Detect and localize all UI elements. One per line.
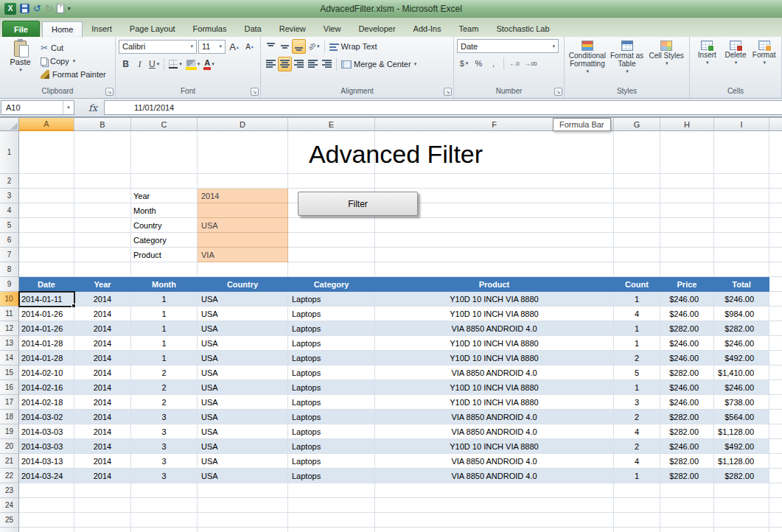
cell-A6[interactable]	[19, 233, 74, 248]
cell-I10[interactable]: $246.00	[714, 292, 769, 307]
cell-H21[interactable]: $282.00	[660, 454, 714, 469]
cell-F22[interactable]: VIA 8850 ANDROID 4.0	[375, 469, 614, 483]
cell-A5[interactable]	[19, 218, 74, 233]
cell-E8[interactable]	[288, 262, 375, 277]
tab-file[interactable]: File	[2, 21, 40, 37]
cell-B22[interactable]: 2014	[74, 469, 131, 483]
cell-D10[interactable]: USA	[198, 292, 288, 307]
row-header-22[interactable]: 22	[0, 469, 19, 483]
cell-F19[interactable]: VIA 8850 ANDROID 4.0	[375, 424, 614, 439]
cell-D22[interactable]: USA	[198, 469, 288, 483]
cell-H2[interactable]	[660, 174, 714, 189]
insert-function-button[interactable]: fx	[82, 102, 104, 113]
tab-data[interactable]: Data	[235, 21, 270, 37]
align-right-button[interactable]	[292, 57, 306, 71]
cell-x8[interactable]	[769, 262, 782, 277]
cell-C11[interactable]: 1	[131, 307, 198, 321]
cell-I11[interactable]: $984.00	[714, 307, 769, 321]
bold-button[interactable]: B	[119, 57, 133, 71]
cell-G10[interactable]: 1	[614, 292, 660, 307]
cell-B17[interactable]: 2014	[74, 395, 131, 410]
increase-indent-button[interactable]	[320, 57, 334, 71]
cell-C16[interactable]: 2	[131, 380, 198, 395]
cell-B15[interactable]: 2014	[74, 365, 131, 380]
cell-H7[interactable]	[660, 248, 714, 262]
cell-A22[interactable]: 2014-03-24	[19, 469, 74, 483]
cell-E10[interactable]: Laptops	[288, 292, 375, 307]
row-header-26[interactable]	[0, 528, 19, 532]
cell-H23[interactable]	[660, 483, 714, 498]
cell-E12[interactable]: Laptops	[288, 321, 375, 336]
cell-E20[interactable]: Laptops	[288, 439, 375, 454]
cell-B25[interactable]	[74, 513, 131, 528]
cell-D1[interactable]	[198, 131, 288, 174]
row-header-14[interactable]: 14	[0, 351, 19, 365]
cell-x3[interactable]	[769, 189, 782, 203]
cell-H24[interactable]	[660, 498, 714, 513]
tab-insert[interactable]: Insert	[83, 21, 121, 37]
cell-F20[interactable]: Y10D 10 INCH VIA 8880	[375, 439, 614, 454]
paste-button[interactable]: Paste ▾	[3, 39, 38, 86]
cell-E9[interactable]: Category	[288, 277, 375, 292]
cell-D2[interactable]	[198, 174, 288, 189]
decrease-indent-button[interactable]	[306, 57, 320, 71]
cell-H20[interactable]: $246.00	[660, 439, 714, 454]
cell-D6[interactable]	[198, 233, 288, 248]
cell-E25[interactable]	[288, 513, 375, 528]
cell-E7[interactable]	[288, 248, 375, 262]
cell-D20[interactable]: USA	[198, 439, 288, 454]
cell-B3[interactable]	[74, 189, 131, 203]
cell-H1[interactable]	[660, 131, 714, 174]
cell-F21[interactable]: VIA 8850 ANDROID 4.0	[375, 454, 614, 469]
underline-button[interactable]: U▾	[147, 57, 161, 71]
cell-G12[interactable]: 1	[614, 321, 660, 336]
cell-G6[interactable]	[614, 233, 660, 248]
cell-C5[interactable]: Country	[131, 218, 198, 233]
cell-F1[interactable]	[375, 131, 614, 174]
cell-A24[interactable]	[19, 498, 74, 513]
cell-D11[interactable]: USA	[198, 307, 288, 321]
cell-B9[interactable]: Year	[74, 277, 131, 292]
cell-I22[interactable]: $282.00	[714, 469, 769, 483]
cell-E5[interactable]	[288, 218, 375, 233]
align-center-button[interactable]	[278, 57, 292, 71]
cell-A23[interactable]	[19, 483, 74, 498]
cell-E19[interactable]: Laptops	[288, 424, 375, 439]
cell-I9[interactable]: Total	[714, 277, 769, 292]
cell-x21[interactable]	[769, 454, 782, 469]
cell-G16[interactable]: 1	[614, 380, 660, 395]
cell-H6[interactable]	[660, 233, 714, 248]
cell-F23[interactable]	[375, 483, 614, 498]
cell-H14[interactable]: $246.00	[660, 351, 714, 365]
tab-view[interactable]: View	[315, 21, 350, 37]
cell-G7[interactable]	[614, 248, 660, 262]
format-painter-button[interactable]: Format Painter	[38, 68, 109, 81]
cell-I17[interactable]: $738.00	[714, 395, 769, 410]
cell-E26[interactable]	[288, 528, 375, 532]
cell-C3[interactable]: Year	[131, 189, 198, 203]
cell-I3[interactable]	[714, 189, 769, 203]
save-icon[interactable]	[20, 4, 29, 13]
excel-app-icon[interactable]: X	[4, 3, 16, 15]
cell-I25[interactable]	[714, 513, 769, 528]
cell-C22[interactable]: 3	[131, 469, 198, 483]
cell-A12[interactable]: 2014-01-26	[19, 321, 74, 336]
cell-C12[interactable]: 1	[131, 321, 198, 336]
cell-H15[interactable]: $282.00	[660, 365, 714, 380]
cell-C2[interactable]	[131, 174, 198, 189]
cell-B7[interactable]	[74, 248, 131, 262]
cell-I18[interactable]: $564.00	[714, 410, 769, 424]
cell-E13[interactable]: Laptops	[288, 336, 375, 351]
clipboard-dialog-launcher-icon[interactable]: ↘	[105, 88, 114, 96]
cell-x10[interactable]	[769, 292, 782, 307]
cell-A16[interactable]: 2014-02-16	[19, 380, 74, 395]
cell-x25[interactable]	[769, 513, 782, 528]
orientation-button[interactable]: ab▾	[306, 39, 322, 54]
cell-x23[interactable]	[769, 483, 782, 498]
cell-B11[interactable]: 2014	[74, 307, 131, 321]
cell-A7[interactable]	[19, 248, 74, 262]
font-color-button[interactable]: A▾	[202, 57, 216, 71]
cell-H26[interactable]	[660, 528, 714, 532]
cell-B20[interactable]: 2014	[74, 439, 131, 454]
cell-C21[interactable]: 3	[131, 454, 198, 469]
